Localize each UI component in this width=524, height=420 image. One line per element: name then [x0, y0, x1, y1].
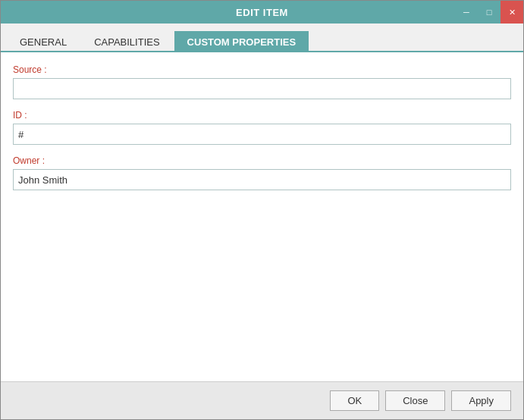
ok-button[interactable]: OK — [330, 390, 379, 411]
footer: OK Close Apply — [1, 381, 523, 419]
minimize-button[interactable]: ─ — [455, 1, 478, 24]
tab-bar: GENERAL CAPABILITIES CUSTOM PROPERTIES — [1, 24, 523, 52]
maximize-button[interactable]: □ — [478, 1, 500, 24]
tab-general[interactable]: GENERAL — [7, 31, 80, 52]
content-area: Source : ID : Owner : — [1, 52, 523, 381]
close-title-button[interactable]: ✕ — [500, 1, 523, 24]
id-input[interactable] — [13, 124, 511, 145]
owner-label: Owner : — [13, 155, 511, 166]
id-label: ID : — [13, 110, 511, 121]
source-field-group: Source : — [13, 64, 511, 99]
edit-item-window: EDIT ITEM ─ □ ✕ GENERAL CAPABILITIES CUS… — [0, 0, 524, 420]
title-bar: EDIT ITEM ─ □ ✕ — [1, 1, 523, 24]
id-field-group: ID : — [13, 110, 511, 145]
window-title: EDIT ITEM — [236, 7, 288, 18]
source-input[interactable] — [13, 78, 511, 99]
owner-input[interactable] — [13, 169, 511, 190]
title-bar-controls: ─ □ ✕ — [455, 1, 523, 24]
owner-field-group: Owner : — [13, 155, 511, 190]
tab-custom-properties[interactable]: CUSTOM PROPERTIES — [174, 31, 309, 52]
source-label: Source : — [13, 64, 511, 75]
tab-capabilities[interactable]: CAPABILITIES — [81, 31, 172, 52]
close-button[interactable]: Close — [385, 390, 445, 411]
apply-button[interactable]: Apply — [451, 390, 511, 411]
